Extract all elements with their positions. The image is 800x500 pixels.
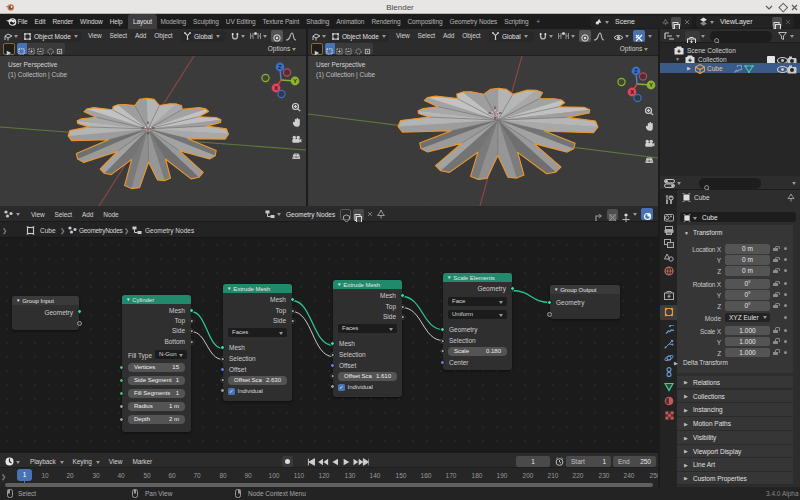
svg-text:User Perspective: User Perspective [316, 61, 366, 69]
svg-text:Y: Y [649, 82, 653, 88]
svg-text:(1) Collection | Cube: (1) Collection | Cube [8, 71, 68, 79]
svg-text:(1) Collection | Cube: (1) Collection | Cube [316, 71, 376, 79]
svg-text:Y: Y [293, 78, 297, 84]
svg-text:X: X [630, 89, 634, 95]
svg-text:X: X [274, 85, 278, 91]
svg-text:User Perspective: User Perspective [8, 61, 58, 69]
